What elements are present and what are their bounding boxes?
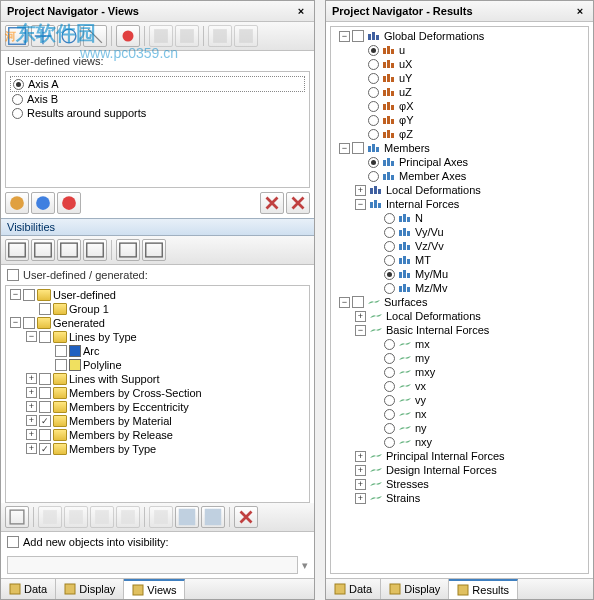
- tab-data[interactable]: Data: [1, 579, 56, 599]
- tree-item[interactable]: my: [333, 351, 586, 365]
- tree-item[interactable]: My/Mu: [333, 267, 586, 281]
- radio-icon[interactable]: [384, 255, 395, 266]
- radio-icon[interactable]: [384, 241, 395, 252]
- vis-btn-5[interactable]: [116, 239, 140, 261]
- expander-icon[interactable]: +: [355, 493, 366, 504]
- tree-item[interactable]: vx: [333, 379, 586, 393]
- tree-item[interactable]: uX: [333, 57, 586, 71]
- checkbox-icon[interactable]: [39, 401, 51, 413]
- user-views-list[interactable]: Axis AAxis BResults around supports: [5, 71, 310, 188]
- tree-item[interactable]: φY: [333, 113, 586, 127]
- expander-icon[interactable]: +: [355, 185, 366, 196]
- delete-all-button[interactable]: [286, 192, 310, 214]
- btm-btn-8[interactable]: [201, 506, 225, 528]
- tree-item[interactable]: uZ: [333, 85, 586, 99]
- user-defined-generated-row[interactable]: User-defined / generated:: [1, 265, 314, 285]
- tree-item[interactable]: +Lines with Support: [8, 372, 307, 386]
- vis-btn-6[interactable]: [142, 239, 166, 261]
- checkbox-icon[interactable]: [352, 296, 364, 308]
- delete-view-button[interactable]: [260, 192, 284, 214]
- tree-item[interactable]: +Members by Type: [8, 442, 307, 456]
- tree-item[interactable]: MT: [333, 253, 586, 267]
- tree-item[interactable]: +Strains: [333, 491, 586, 505]
- expander-icon[interactable]: −: [26, 331, 37, 342]
- tree-item[interactable]: −Lines by Type: [8, 330, 307, 344]
- checkbox-icon[interactable]: [39, 331, 51, 343]
- expander-icon[interactable]: −: [10, 289, 21, 300]
- view-btn-5[interactable]: [116, 25, 140, 47]
- expander-icon[interactable]: +: [26, 401, 37, 412]
- expander-icon[interactable]: +: [26, 429, 37, 440]
- radio-option[interactable]: Results around supports: [10, 106, 305, 120]
- checkbox-icon[interactable]: [352, 30, 364, 42]
- tab-display[interactable]: Display: [381, 579, 449, 599]
- tree-item[interactable]: Polyline: [8, 358, 307, 372]
- btm-btn-2[interactable]: [38, 506, 62, 528]
- radio-icon[interactable]: [368, 129, 379, 140]
- close-icon[interactable]: ×: [294, 4, 308, 18]
- radio-icon[interactable]: [384, 437, 395, 448]
- btm-btn-4[interactable]: [90, 506, 114, 528]
- tree-item[interactable]: uY: [333, 71, 586, 85]
- tree-item[interactable]: mxy: [333, 365, 586, 379]
- checkbox-icon[interactable]: [7, 269, 19, 281]
- checkbox-icon[interactable]: [352, 142, 364, 154]
- tree-item[interactable]: −Basic Internal Forces: [333, 323, 586, 337]
- view-btn-8[interactable]: [208, 25, 232, 47]
- btm-btn-1[interactable]: [5, 506, 29, 528]
- tree-item[interactable]: −Surfaces: [333, 295, 586, 309]
- tree-item[interactable]: −Internal Forces: [333, 197, 586, 211]
- tree-item[interactable]: +Design Internal Forces: [333, 463, 586, 477]
- radio-icon[interactable]: [384, 353, 395, 364]
- radio-icon[interactable]: [368, 73, 379, 84]
- tree-item[interactable]: +Local Deformations: [333, 309, 586, 323]
- tree-item[interactable]: ny: [333, 421, 586, 435]
- checkbox-icon[interactable]: [39, 443, 51, 455]
- tree-item[interactable]: nxy: [333, 435, 586, 449]
- radio-icon[interactable]: [368, 115, 379, 126]
- tree-item[interactable]: mx: [333, 337, 586, 351]
- radio-icon[interactable]: [368, 157, 379, 168]
- checkbox-icon[interactable]: [39, 373, 51, 385]
- save-view-button[interactable]: [57, 192, 81, 214]
- tree-item[interactable]: Member Axes: [333, 169, 586, 183]
- radio-icon[interactable]: [368, 45, 379, 56]
- tree-item[interactable]: vy: [333, 393, 586, 407]
- tree-item[interactable]: +Members by Eccentricity: [8, 400, 307, 414]
- btm-btn-3[interactable]: [64, 506, 88, 528]
- tree-item[interactable]: nx: [333, 407, 586, 421]
- tree-item[interactable]: +Members by Cross-Section: [8, 386, 307, 400]
- view-btn-7[interactable]: [175, 25, 199, 47]
- view-btn-4[interactable]: [83, 25, 107, 47]
- tab-display[interactable]: Display: [56, 579, 124, 599]
- radio-icon[interactable]: [384, 269, 395, 280]
- expander-icon[interactable]: +: [355, 465, 366, 476]
- tree-item[interactable]: −User-defined: [8, 288, 307, 302]
- radio-icon[interactable]: [368, 171, 379, 182]
- radio-option[interactable]: Axis B: [10, 92, 305, 106]
- expander-icon[interactable]: +: [355, 311, 366, 322]
- radio-icon[interactable]: [384, 395, 395, 406]
- tree-item[interactable]: +Local Deformations: [333, 183, 586, 197]
- tree-item[interactable]: +Members by Release: [8, 428, 307, 442]
- radio-icon[interactable]: [384, 213, 395, 224]
- view-btn-2[interactable]: [31, 25, 55, 47]
- tree-item[interactable]: φX: [333, 99, 586, 113]
- checkbox-icon[interactable]: [55, 359, 67, 371]
- expander-icon[interactable]: +: [26, 387, 37, 398]
- radio-option[interactable]: Axis A: [10, 76, 305, 92]
- view-btn-1[interactable]: [5, 25, 29, 47]
- dropdown-icon[interactable]: ▾: [302, 559, 308, 572]
- new-view-button[interactable]: [5, 192, 29, 214]
- vis-btn-1[interactable]: [5, 239, 29, 261]
- radio-icon[interactable]: [368, 87, 379, 98]
- radio-icon[interactable]: [384, 339, 395, 350]
- radio-icon[interactable]: [368, 101, 379, 112]
- tree-item[interactable]: +Members by Material: [8, 414, 307, 428]
- tree-item[interactable]: N: [333, 211, 586, 225]
- tree-item[interactable]: Arc: [8, 344, 307, 358]
- expander-icon[interactable]: +: [26, 443, 37, 454]
- checkbox-icon[interactable]: [39, 429, 51, 441]
- expander-icon[interactable]: −: [339, 31, 350, 42]
- tree-item[interactable]: Principal Axes: [333, 155, 586, 169]
